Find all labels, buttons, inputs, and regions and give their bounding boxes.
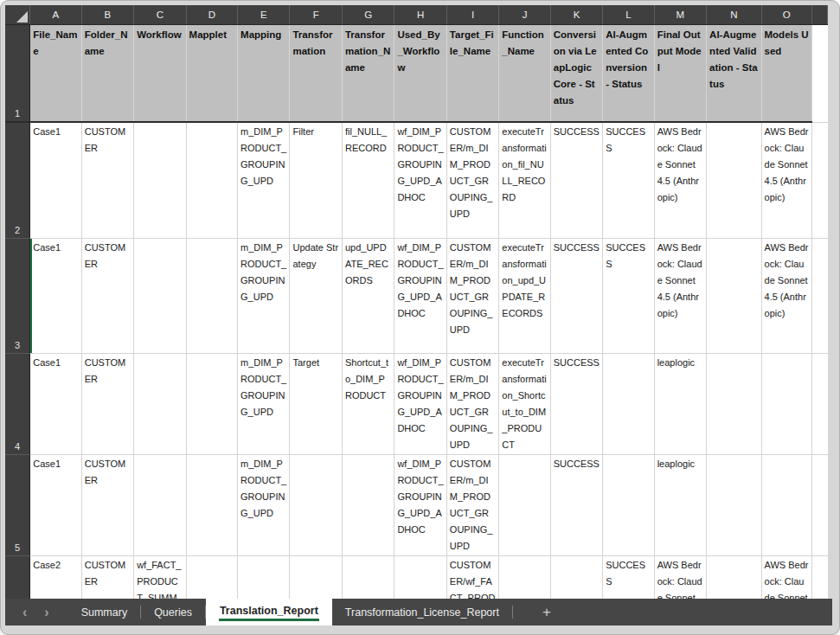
- cell-F3[interactable]: Update Strategy: [290, 238, 342, 353]
- cell-N3[interactable]: [707, 238, 761, 353]
- cell-M4[interactable]: leaplogic: [654, 353, 706, 454]
- cell-F5[interactable]: [290, 454, 342, 555]
- column-header-I[interactable]: I: [446, 5, 498, 24]
- cell-D4[interactable]: [186, 353, 237, 454]
- cell-I3[interactable]: CUSTOMER/m_DIM_PRODUCT_GROUPING_UPD: [446, 238, 498, 353]
- column-header-F[interactable]: F: [290, 5, 342, 24]
- cell-E3[interactable]: m_DIM_PRODUCT_GROUPING_UPD: [238, 238, 290, 353]
- cell-J4[interactable]: executeTransformation_Shortcut_to_DIM_PR…: [499, 353, 550, 454]
- cell-M6[interactable]: AWS Bedrock: Claude Sonnet 4.5 (Anthropi…: [654, 555, 706, 599]
- cell-K2[interactable]: SUCCESS: [550, 122, 602, 238]
- cell-E4[interactable]: m_DIM_PRODUCT_GROUPING_UPD: [238, 353, 290, 454]
- row-header-3[interactable]: 3: [5, 238, 30, 353]
- cell-H2[interactable]: wf_DIM_PRODUCT_GROUPING_UPD_ADHOC: [394, 122, 446, 238]
- row-header-2[interactable]: 2: [5, 122, 30, 238]
- row-header-4[interactable]: 4: [5, 353, 30, 454]
- column-header-M[interactable]: M: [654, 5, 706, 24]
- cell-K1[interactable]: Conversion via LeapLogic Core - Status: [550, 24, 602, 122]
- cell-N5[interactable]: [707, 454, 761, 555]
- add-sheet-button[interactable]: +: [525, 599, 568, 625]
- tab-transformation-license-report[interactable]: Transformation_License_Report: [332, 599, 512, 625]
- column-header-E[interactable]: E: [238, 5, 290, 24]
- cell-I5[interactable]: CUSTOMER/m_DIM_PRODUCT_GROUPING_UPD: [446, 454, 498, 555]
- cell-L3[interactable]: SUCCESS: [603, 238, 654, 353]
- cell-H6[interactable]: [394, 555, 446, 599]
- cell-G5[interactable]: [342, 454, 394, 555]
- cell-B1[interactable]: Folder_Name: [81, 24, 133, 122]
- cell-N4[interactable]: [707, 353, 761, 454]
- cell-D5[interactable]: [186, 454, 237, 555]
- column-header-G[interactable]: G: [342, 5, 394, 24]
- cell-A6[interactable]: Case2: [30, 555, 81, 599]
- row-header-5[interactable]: 5: [5, 454, 30, 555]
- cell-G2[interactable]: fil_NULL_RECORD: [342, 122, 394, 238]
- cell-I2[interactable]: CUSTOMER/m_DIM_PRODUCT_GROUPING_UPD: [446, 122, 498, 238]
- cell-O4[interactable]: [761, 353, 811, 454]
- cell-D2[interactable]: [186, 122, 237, 238]
- cell-J2[interactable]: executeTransformation_fil_NULL_RECORD: [499, 122, 550, 238]
- tab-summary[interactable]: Summary: [68, 599, 140, 625]
- cell-H5[interactable]: wf_DIM_PRODUCT_GROUPING_UPD_ADHOC: [394, 454, 446, 555]
- column-header-D[interactable]: D: [186, 5, 237, 24]
- cell-K5[interactable]: SUCCESS: [550, 454, 602, 555]
- cell-M2[interactable]: AWS Bedrock: Claude Sonnet 4.5 (Anthropi…: [654, 122, 706, 238]
- tab-scroll-right-icon[interactable]: ›: [44, 606, 48, 619]
- cell-E5[interactable]: m_DIM_PRODUCT_GROUPING_UPD: [238, 454, 290, 555]
- column-header-A[interactable]: A: [30, 5, 81, 24]
- column-header-C[interactable]: C: [134, 5, 186, 24]
- cell-A3[interactable]: Case1: [30, 238, 81, 353]
- cell-J3[interactable]: executeTransformation_upd_UPDATE_RECORDS: [499, 238, 550, 353]
- cell-C2[interactable]: [134, 122, 186, 238]
- cell-B5[interactable]: CUSTOMER: [81, 454, 133, 555]
- cell-H3[interactable]: wf_DIM_PRODUCT_GROUPING_UPD_ADHOC: [394, 238, 446, 353]
- cell-G1[interactable]: Transformation_Name: [342, 24, 394, 122]
- cell-N1[interactable]: AI-Augmented Validation - Status: [707, 24, 761, 122]
- tab-queries[interactable]: Queries: [141, 599, 205, 625]
- cell-G6[interactable]: [342, 555, 394, 599]
- cell-M3[interactable]: AWS Bedrock: Claude Sonnet 4.5 (Anthropi…: [654, 238, 706, 353]
- cell-A1[interactable]: File_Name: [30, 24, 81, 122]
- cell-C4[interactable]: [134, 353, 186, 454]
- cell-F1[interactable]: Transformation: [290, 24, 342, 122]
- cell-N2[interactable]: [707, 122, 761, 238]
- cell-J6[interactable]: [499, 555, 550, 599]
- column-header-B[interactable]: B: [81, 5, 133, 24]
- cell-O5[interactable]: [761, 454, 811, 555]
- column-header-O[interactable]: O: [761, 5, 811, 24]
- cell-L1[interactable]: AI-Augmented Conversion - Status: [603, 24, 654, 122]
- cell-K4[interactable]: SUCCESS: [550, 353, 602, 454]
- cell-I4[interactable]: CUSTOMER/m_DIM_PRODUCT_GROUPING_UPD: [446, 353, 498, 454]
- cell-J5[interactable]: [499, 454, 550, 555]
- cell-C5[interactable]: [134, 454, 186, 555]
- cell-H4[interactable]: wf_DIM_PRODUCT_GROUPING_UPD_ADHOC: [394, 353, 446, 454]
- row-header-1[interactable]: 1: [5, 24, 30, 122]
- cell-A2[interactable]: Case1: [30, 122, 81, 238]
- cell-F6[interactable]: [290, 555, 342, 599]
- cell-G3[interactable]: upd_UPDATE_RECORDS: [342, 238, 394, 353]
- tab-scroll-left-icon[interactable]: ‹: [22, 606, 27, 619]
- cell-C1[interactable]: Workflow: [134, 24, 186, 122]
- cell-C6[interactable]: wf_FACT_PRODUCT_SUMM: [134, 555, 186, 599]
- cell-M5[interactable]: leaplogic: [654, 454, 706, 555]
- cell-L6[interactable]: SUCCESS: [603, 555, 654, 599]
- cell-D6[interactable]: [186, 555, 237, 599]
- cell-O6[interactable]: AWS Bedrock: Claude Sonnet 4.5 (Anthropi…: [761, 555, 811, 599]
- column-header-J[interactable]: J: [499, 5, 550, 24]
- cell-E1[interactable]: Mapping: [238, 24, 290, 122]
- cell-K6[interactable]: [550, 555, 602, 599]
- cell-C3[interactable]: [134, 238, 186, 353]
- column-header-N[interactable]: N: [707, 5, 761, 24]
- cell-B2[interactable]: CUSTOMER: [81, 122, 133, 238]
- cell-J1[interactable]: Function_Name: [499, 24, 550, 122]
- cell-I1[interactable]: Target_File_Name: [446, 24, 498, 122]
- cell-L5[interactable]: [603, 454, 654, 555]
- cell-E6[interactable]: [238, 555, 290, 599]
- cell-I6[interactable]: CUSTOMER/wf_FACT_PRODUCT_SUMM: [446, 555, 498, 599]
- cell-B3[interactable]: CUSTOMER: [81, 238, 133, 353]
- cell-O2[interactable]: AWS Bedrock: Claude Sonnet 4.5 (Anthropi…: [761, 122, 811, 238]
- cell-O3[interactable]: AWS Bedrock: Claude Sonnet 4.5 (Anthropi…: [761, 238, 811, 353]
- tab-translation-report[interactable]: Translation_Report: [206, 599, 332, 625]
- cell-D3[interactable]: [186, 238, 237, 353]
- cell-F4[interactable]: Target: [290, 353, 342, 454]
- cell-A5[interactable]: Case1: [30, 454, 81, 555]
